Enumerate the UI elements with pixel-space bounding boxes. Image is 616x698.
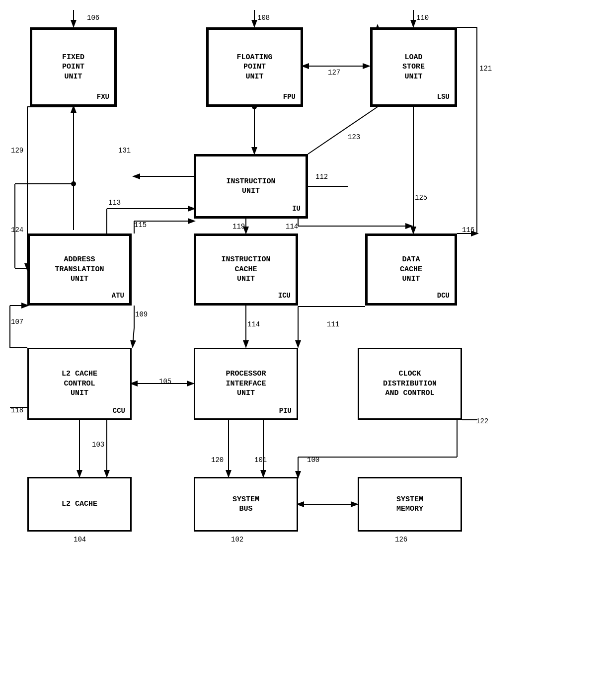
dcu-label: DATA CACHE UNIT [400, 255, 422, 284]
label-105: 105 [159, 378, 171, 386]
ccu-label: L2 CACHE CONTROL UNIT [62, 369, 97, 398]
label-114b: 114 [247, 320, 260, 328]
label-121: 121 [479, 65, 492, 73]
label-123: 123 [348, 133, 360, 141]
label-115: 115 [134, 221, 147, 229]
lsu-label: LOAD STORE UNIT [402, 53, 425, 82]
dcu-box: DATA CACHE UNIT DCU [365, 233, 457, 306]
label-120: 120 [211, 456, 224, 464]
label-126: 126 [395, 536, 407, 543]
atu-label: ADDRESS TRANSLATION UNIT [55, 255, 104, 284]
piu-abbr: PIU [279, 406, 292, 415]
piu-box: PROCESSOR INTERFACE UNIT PIU [194, 348, 298, 420]
icu-label: INSTRUCTION CACHE UNIT [221, 255, 270, 284]
label-119: 119 [232, 223, 245, 231]
label-111: 111 [327, 320, 339, 328]
sysbus-label: SYSTEM BUS [232, 495, 259, 514]
label-112: 112 [315, 173, 328, 181]
label-104: 104 [74, 536, 86, 543]
fxu-box: FIXED POINT UNIT FXU [30, 27, 117, 107]
label-102: 102 [231, 536, 243, 543]
fpu-label: FLOATING POINT UNIT [236, 53, 272, 82]
label-109: 109 [135, 310, 148, 318]
label-101: 101 [254, 456, 267, 464]
svg-point-20 [71, 181, 76, 186]
label-114a: 114 [286, 223, 298, 231]
diagram: FIXED POINT UNIT FXU FLOATING POINT UNIT… [0, 0, 616, 698]
label-110: 110 [416, 14, 429, 22]
label-129: 129 [11, 147, 23, 155]
label-116: 116 [462, 226, 474, 234]
cdc-box: CLOCK DISTRIBUTION AND CONTROL [358, 348, 462, 420]
fxu-abbr: FXU [97, 92, 109, 101]
svg-line-26 [133, 328, 134, 346]
fpu-abbr: FPU [283, 92, 296, 101]
icu-abbr: ICU [278, 291, 291, 300]
label-113: 113 [108, 199, 121, 207]
sysbus-box: SYSTEM BUS [194, 477, 298, 532]
sysmem-box: SYSTEM MEMORY [358, 477, 462, 532]
label-103: 103 [92, 441, 104, 449]
label-125: 125 [415, 194, 427, 202]
label-127: 127 [328, 69, 340, 77]
atu-abbr: ATU [112, 291, 124, 300]
lsu-box: LOAD STORE UNIT LSU [370, 27, 457, 107]
label-131: 131 [118, 147, 131, 155]
label-124: 124 [11, 226, 23, 234]
label-106: 106 [87, 14, 99, 22]
iu-label: INSTRUCTION UNIT [226, 177, 275, 196]
iu-abbr: IU [292, 204, 301, 213]
atu-box: ADDRESS TRANSLATION UNIT ATU [27, 233, 132, 306]
fxu-label: FIXED POINT UNIT [62, 53, 84, 82]
sysmem-label: SYSTEM MEMORY [396, 495, 423, 514]
l2cache-box: L2 CACHE [27, 477, 132, 532]
lsu-abbr: LSU [437, 92, 450, 101]
label-122: 122 [476, 417, 488, 425]
piu-label: PROCESSOR INTERFACE UNIT [226, 369, 266, 398]
iu-box: INSTRUCTION UNIT IU [194, 154, 308, 219]
label-108: 108 [257, 14, 270, 22]
ccu-abbr: CCU [113, 406, 125, 415]
l2cache-label: L2 CACHE [62, 499, 97, 509]
label-100: 100 [307, 456, 319, 464]
icu-box: INSTRUCTION CACHE UNIT ICU [194, 233, 298, 306]
svg-line-7 [308, 107, 378, 154]
fpu-box: FLOATING POINT UNIT FPU [206, 27, 303, 107]
label-118: 118 [11, 406, 23, 414]
cdc-label: CLOCK DISTRIBUTION AND CONTROL [383, 369, 437, 398]
label-107: 107 [11, 318, 23, 326]
ccu-box: L2 CACHE CONTROL UNIT CCU [27, 348, 132, 420]
dcu-abbr: DCU [437, 291, 450, 300]
